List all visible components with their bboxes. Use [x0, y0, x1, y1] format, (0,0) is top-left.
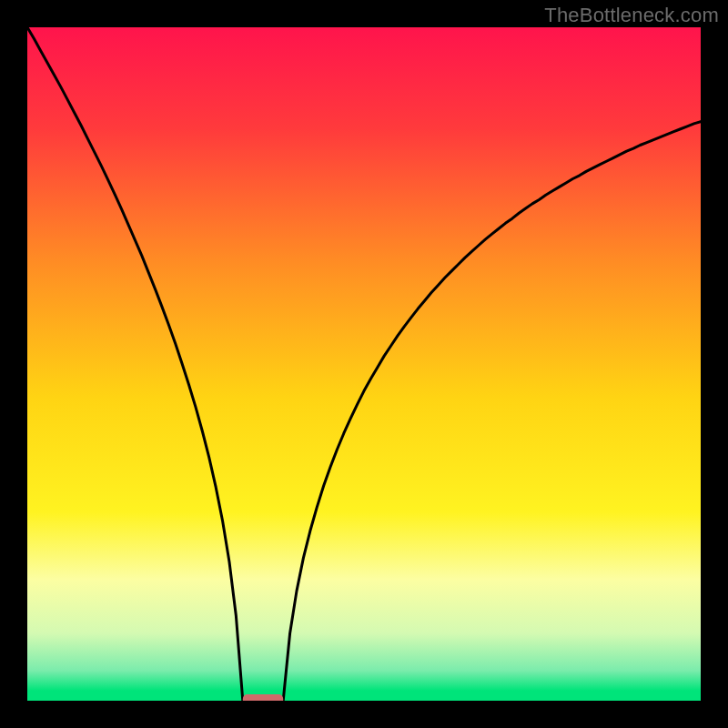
optimal-marker [243, 694, 283, 701]
chart-frame [27, 27, 701, 701]
watermark-text: TheBottleneck.com [544, 4, 719, 27]
chart-svg [27, 27, 701, 701]
chart-background [27, 27, 701, 701]
